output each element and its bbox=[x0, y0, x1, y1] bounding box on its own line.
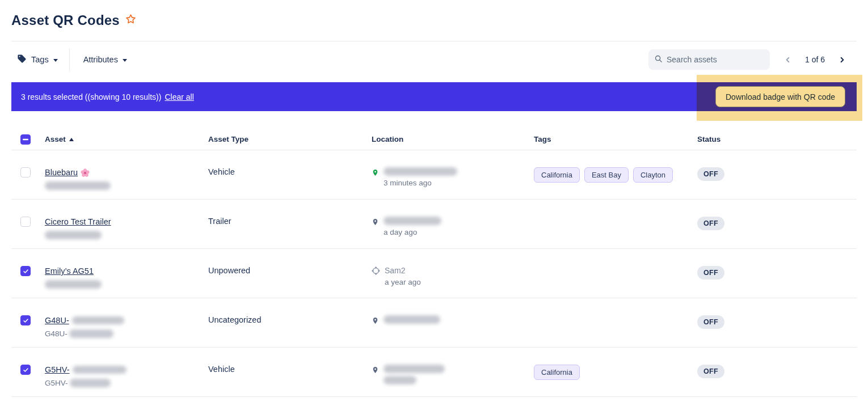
table-row: Cicero Test TrailerTrailera day agoOFF bbox=[11, 200, 857, 249]
selection-summary: 3 results selected ((showing 10 results)… bbox=[21, 92, 161, 102]
tag-pill[interactable]: Clayton bbox=[633, 167, 673, 183]
column-header-location[interactable]: Location bbox=[372, 135, 534, 143]
select-all-checkbox[interactable] bbox=[20, 134, 31, 145]
row-checkbox[interactable] bbox=[20, 315, 31, 325]
tag-pill[interactable]: California bbox=[534, 167, 580, 183]
pagination: 1 of 6 bbox=[780, 52, 850, 67]
search-icon bbox=[654, 54, 663, 65]
toolbar-divider bbox=[69, 48, 70, 71]
geofence-icon bbox=[372, 267, 380, 286]
asset-type: Uncategorized bbox=[208, 315, 372, 324]
sort-ascending-icon bbox=[69, 138, 74, 141]
cherry-blossom-emoji bbox=[81, 168, 90, 177]
table-header-row: Asset Asset Type Location Tags Status bbox=[11, 129, 857, 150]
location-updated-time: 3 minutes ago bbox=[384, 179, 457, 187]
redacted-text bbox=[384, 167, 457, 176]
map-pin-icon bbox=[372, 316, 379, 328]
tag-pill[interactable]: California bbox=[534, 365, 580, 380]
page-header: Asset QR Codes bbox=[0, 0, 868, 28]
redacted-text bbox=[70, 379, 111, 387]
redacted-text bbox=[73, 366, 127, 374]
tags-filter-label: Tags bbox=[31, 55, 49, 64]
asset-name: Cicero Test Trailer bbox=[45, 217, 111, 226]
redacted-text bbox=[384, 365, 445, 373]
asset-table: Asset Asset Type Location Tags Status Bl… bbox=[11, 129, 857, 397]
previous-page-button[interactable] bbox=[780, 52, 796, 67]
asset-type: Vehicle bbox=[208, 167, 372, 176]
favorite-star-icon[interactable] bbox=[125, 14, 136, 24]
row-checkbox[interactable] bbox=[20, 167, 31, 177]
chevron-down-icon bbox=[53, 59, 58, 62]
location-cell bbox=[372, 315, 534, 328]
column-header-asset[interactable]: Asset bbox=[45, 135, 208, 143]
search-input[interactable] bbox=[667, 55, 764, 64]
row-checkbox[interactable] bbox=[20, 217, 31, 227]
location-cell: Sam2a year ago bbox=[372, 266, 534, 286]
asset-subtitle: G48U- bbox=[45, 329, 208, 338]
column-header-status[interactable]: Status bbox=[697, 135, 857, 143]
asset-subtitle bbox=[45, 280, 208, 289]
redacted-text bbox=[45, 231, 102, 239]
asset-link[interactable]: G48U- bbox=[45, 316, 124, 325]
location-updated-time: a year ago bbox=[385, 278, 421, 286]
column-header-tags[interactable]: Tags bbox=[534, 135, 697, 143]
next-page-button[interactable] bbox=[834, 52, 850, 67]
asset-name: G48U- bbox=[45, 316, 69, 325]
redacted-text bbox=[384, 376, 416, 384]
asset-link[interactable]: Bluebaru bbox=[45, 168, 90, 177]
asset-type: Unpowered bbox=[208, 266, 372, 275]
tag-pill[interactable]: East Bay bbox=[584, 167, 629, 183]
map-pin-icon bbox=[372, 365, 379, 384]
column-header-asset-type[interactable]: Asset Type bbox=[208, 135, 372, 143]
download-badge-button[interactable]: Download badge with QR code bbox=[715, 86, 845, 107]
asset-link[interactable]: G5HV- bbox=[45, 365, 127, 374]
asset-name: G5HV- bbox=[45, 365, 70, 374]
row-checkbox[interactable] bbox=[20, 266, 31, 276]
redacted-text bbox=[384, 315, 440, 324]
location-name: Sam2 bbox=[385, 266, 421, 275]
location-cell: a day ago bbox=[372, 217, 534, 236]
redacted-text bbox=[45, 280, 102, 289]
tag-icon bbox=[17, 54, 27, 65]
page-indicator: 1 of 6 bbox=[805, 55, 825, 64]
row-checkbox[interactable] bbox=[20, 365, 31, 375]
status-badge: OFF bbox=[697, 217, 724, 230]
tags-cell: California bbox=[534, 365, 697, 380]
status-badge: OFF bbox=[697, 266, 724, 280]
asset-link[interactable]: Cicero Test Trailer bbox=[45, 217, 111, 226]
table-row: G5HV-G5HV-VehicleCaliforniaOFF bbox=[11, 348, 857, 397]
table-body: BluebaruVehicle3 minutes agoCaliforniaEa… bbox=[11, 150, 857, 397]
map-pin-icon bbox=[372, 217, 379, 236]
asset-name: Emily’s AG51 bbox=[45, 267, 94, 276]
chevron-down-icon bbox=[123, 59, 127, 62]
redacted-text bbox=[45, 181, 111, 190]
toolbar-right: 1 of 6 bbox=[648, 49, 857, 70]
table-row: G48U-G48U-UncategorizedOFF bbox=[11, 298, 857, 348]
redacted-text bbox=[69, 329, 113, 338]
asset-type: Trailer bbox=[208, 217, 372, 226]
attributes-filter-label: Attributes bbox=[83, 55, 118, 64]
asset-name: Bluebaru bbox=[45, 168, 78, 177]
table-row: BluebaruVehicle3 minutes agoCaliforniaEa… bbox=[11, 150, 857, 200]
status-badge: OFF bbox=[697, 315, 724, 329]
status-badge: OFF bbox=[697, 365, 724, 378]
map-pin-icon bbox=[372, 168, 379, 187]
selection-banner: 3 results selected ((showing 10 results)… bbox=[11, 82, 857, 111]
search-box[interactable] bbox=[648, 49, 770, 70]
tags-filter-button[interactable]: Tags bbox=[11, 49, 64, 70]
asset-link[interactable]: Emily’s AG51 bbox=[45, 267, 94, 276]
page-title: Asset QR Codes bbox=[11, 12, 120, 28]
tags-cell: CaliforniaEast BayClayton bbox=[534, 167, 697, 183]
asset-subtitle bbox=[45, 181, 208, 190]
asset-subtitle bbox=[45, 231, 208, 239]
attributes-filter-button[interactable]: Attributes bbox=[78, 50, 133, 69]
status-badge: OFF bbox=[697, 167, 724, 181]
asset-type: Vehicle bbox=[208, 365, 372, 374]
clear-all-link[interactable]: Clear all bbox=[165, 92, 193, 102]
location-updated-time: a day ago bbox=[384, 228, 441, 236]
location-cell bbox=[372, 365, 534, 384]
table-row: Emily’s AG51UnpoweredSam2a year agoOFF bbox=[11, 249, 857, 298]
redacted-text bbox=[72, 316, 124, 324]
redacted-text bbox=[384, 217, 441, 225]
location-cell: 3 minutes ago bbox=[372, 167, 534, 187]
